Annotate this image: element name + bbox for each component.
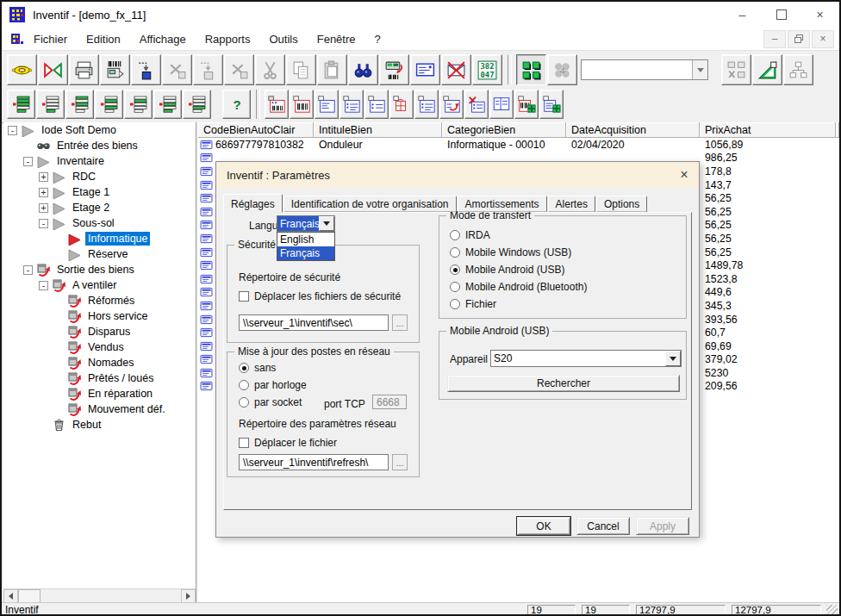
tree-item[interactable]: - Iode Soft Demo (3, 122, 196, 138)
sheet-barcode-button[interactable] (265, 90, 289, 119)
table-row[interactable]: 686977797810382 Onduleur Informatique - … (198, 138, 839, 152)
tree-item[interactable]: Entrée des biens (3, 138, 196, 153)
ok-button[interactable]: OK (517, 517, 570, 535)
menu-item[interactable]: ? (365, 28, 390, 50)
securite-path-field[interactable]: \\serveur_1\inventif\sec\ (239, 314, 389, 331)
appareil-dropdown-button[interactable] (665, 351, 681, 366)
transfert-radio-row[interactable]: Mobile Android (Bluetooth) (450, 278, 587, 296)
import-moves-button[interactable] (131, 54, 161, 85)
counter-button[interactable] (472, 54, 502, 85)
sheet-barcode-copy-button[interactable] (290, 90, 314, 119)
menu-item[interactable]: Fichier (24, 28, 77, 50)
sheet-reload-button[interactable] (439, 90, 464, 119)
menu-item[interactable]: Fenêtre (308, 28, 365, 50)
sheet-notes-button[interactable] (315, 90, 339, 119)
tree-item[interactable]: Mouvement déf. (3, 401, 196, 417)
deplacer-fichier-checkbox[interactable] (239, 438, 249, 448)
radio-button[interactable] (239, 397, 249, 408)
dialog-close-button[interactable]: × (670, 162, 699, 188)
minimize-button[interactable]: – (723, 2, 762, 28)
column-header[interactable]: DateAcquisition (566, 122, 700, 138)
view-groups-button[interactable] (547, 54, 577, 85)
menu-item[interactable]: Edition (77, 28, 130, 50)
mail-remove-button[interactable] (441, 54, 471, 85)
apply-button[interactable]: Apply (636, 517, 689, 535)
menu-item[interactable]: Affichage (130, 28, 196, 50)
reseau-browse-button[interactable]: ... (392, 454, 408, 470)
sheet-delete-button[interactable] (464, 90, 489, 119)
view-blocks-button[interactable] (516, 54, 546, 85)
transfert-radio-row[interactable]: Mobile Android (USB) (450, 261, 587, 278)
find-button[interactable] (348, 54, 378, 85)
cancel-button[interactable]: Cancel (576, 517, 630, 535)
maximize-button[interactable] (762, 2, 801, 28)
scrollbar-track[interactable] (40, 589, 181, 603)
langue-option[interactable]: Français (277, 246, 334, 260)
tree-item[interactable]: + Etage 1 (3, 184, 196, 200)
paste-button[interactable] (317, 54, 347, 85)
identification-card-button[interactable] (410, 54, 440, 85)
tree-item[interactable]: Disparus (3, 324, 196, 339)
toolbar-combobox-dropdown-button[interactable] (692, 60, 707, 79)
list-level-4-button[interactable] (95, 90, 123, 119)
tree-item[interactable]: + Etage 2 (3, 200, 196, 215)
help-button[interactable] (222, 90, 251, 119)
tree-item[interactable]: En réparation (3, 386, 196, 401)
cut-button[interactable] (255, 54, 285, 85)
tree-expander[interactable]: + (39, 172, 48, 182)
tree-expander[interactable]: - (8, 126, 17, 135)
tree-item[interactable]: Nomades (3, 355, 196, 370)
mdi-restore-button[interactable] (788, 30, 810, 48)
tree-expander[interactable]: + (39, 203, 48, 213)
dialog-tab[interactable]: Réglages (223, 194, 283, 213)
list-level-3-button[interactable] (65, 90, 94, 119)
cancel-copy-button[interactable] (224, 54, 254, 85)
tree-item[interactable]: Vendus (3, 339, 196, 355)
column-header[interactable]: CategorieBien (442, 122, 566, 138)
radio-button[interactable] (239, 380, 249, 390)
scanner-transfer-button[interactable] (379, 54, 409, 85)
list-level-6-button[interactable] (153, 90, 182, 119)
tree-item[interactable]: - Inventaire (3, 153, 196, 169)
list-level-5-button[interactable] (124, 90, 153, 119)
barcode-groups-button[interactable] (514, 90, 539, 119)
unlink-button[interactable] (721, 54, 751, 85)
tree-item[interactable]: Réformés (3, 293, 196, 308)
toolbar-combobox[interactable] (581, 59, 708, 80)
dialog-tab[interactable]: Alertes (548, 196, 595, 212)
dialog-tab[interactable]: Amortissements (458, 196, 547, 212)
appareil-combobox[interactable]: S20 (490, 350, 682, 367)
langue-option[interactable]: English (277, 233, 334, 246)
column-header[interactable]: PrixAchat (700, 122, 836, 138)
rechercher-button[interactable]: Rechercher (447, 375, 680, 392)
list-level-2-button[interactable] (36, 90, 65, 119)
port-tcp-field[interactable]: 6668 (372, 395, 407, 409)
print-barcode-button[interactable] (100, 54, 130, 85)
radio-button[interactable] (450, 299, 460, 309)
scrollbar-thumb[interactable] (18, 589, 40, 603)
sheet-keys-button[interactable] (364, 90, 389, 119)
sheet-form-button[interactable] (489, 90, 514, 119)
cancel-moves-button[interactable] (162, 54, 192, 85)
mdi-close-button[interactable]: × (812, 30, 834, 48)
connect-button[interactable] (7, 54, 37, 85)
tree-expander[interactable]: + (39, 188, 48, 197)
tree-item[interactable]: - A ventiler (3, 277, 196, 293)
tree-item[interactable]: - Sous-sol (3, 215, 196, 231)
radio-button[interactable] (450, 230, 460, 240)
mdi-minimize-button[interactable]: – (763, 30, 786, 48)
radio-button[interactable] (450, 264, 460, 275)
deplacer-fichiers-checkbox[interactable] (239, 291, 249, 302)
resize-grip[interactable] (826, 605, 838, 616)
list-level-1-button[interactable] (7, 90, 35, 119)
tree-item[interactable]: + RDC (3, 169, 196, 184)
list-groups-button[interactable] (539, 90, 564, 119)
tree-expander[interactable]: - (39, 219, 48, 228)
tree-item[interactable]: Hors service (3, 308, 196, 324)
securite-browse-button[interactable]: ... (392, 314, 408, 331)
column-header[interactable] (836, 122, 839, 138)
radio-button[interactable] (450, 247, 460, 258)
transfert-radio-row[interactable]: Fichier (450, 296, 587, 313)
dialog-tab[interactable]: Options (596, 196, 647, 212)
measure-button[interactable] (752, 54, 782, 85)
